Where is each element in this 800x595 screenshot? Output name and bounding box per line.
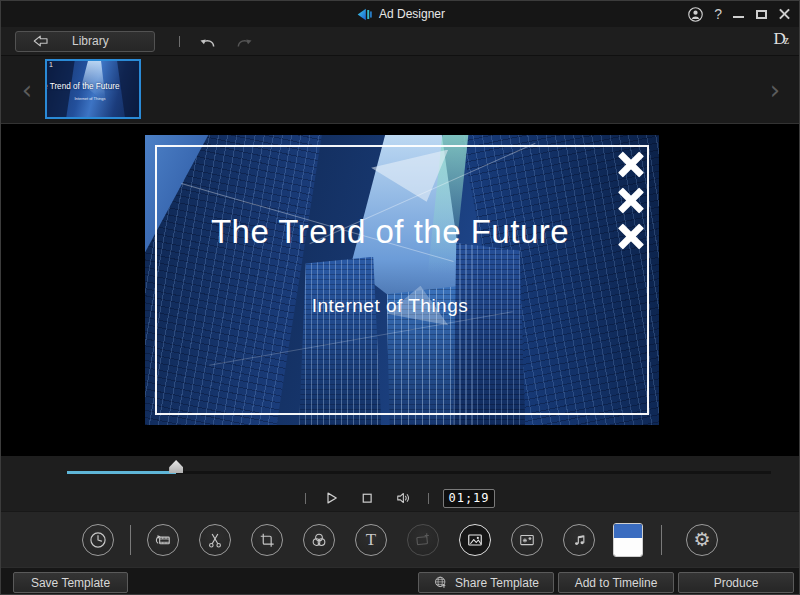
ad-designer-window: Ad Designer ? Library [0, 0, 800, 595]
slide-subtitle-text[interactable]: Internet of Things [145, 295, 635, 317]
back-arrow-icon [32, 34, 50, 48]
library-button[interactable]: Library [15, 31, 155, 52]
library-label: Library [72, 34, 109, 48]
text-tool-icon: T [366, 530, 376, 550]
x-mark-icon [617, 186, 645, 214]
minimize-button[interactable] [732, 8, 745, 21]
maximize-icon [756, 10, 767, 19]
account-icon[interactable] [687, 6, 704, 23]
duration-button[interactable] [82, 524, 114, 556]
slide-border-frame [155, 145, 649, 415]
seek-progress [67, 471, 176, 474]
strip-scroll-left-icon[interactable]: ‹ [15, 74, 39, 106]
swatch-white-half [614, 538, 642, 556]
share-template-button[interactable]: Share Template [418, 572, 554, 593]
scene-thumbnail-image: 1 e Trend of the Future Internet of Thin… [47, 61, 139, 117]
music-button[interactable] [563, 524, 595, 556]
preview-area: The Trend of the Future Internet of Thin… [1, 124, 799, 456]
bottom-bar: Save Template Share Template Add to Time… [1, 567, 799, 595]
thumbnail-title-text: e Trend of the Future [45, 82, 139, 91]
save-template-button[interactable]: Save Template [13, 572, 128, 593]
text-tool-button[interactable]: T [355, 524, 387, 556]
produce-button[interactable]: Produce [678, 572, 794, 593]
transport-separator [305, 493, 306, 504]
toolbar-separator [661, 525, 662, 555]
transport-separator [428, 493, 429, 504]
replace-media-button[interactable] [147, 524, 179, 556]
redo-button[interactable] [234, 32, 256, 50]
x-marks-group[interactable] [617, 150, 645, 250]
settings-button[interactable]: ⚙ [686, 524, 718, 556]
play-button[interactable] [320, 487, 342, 509]
effects-button[interactable] [511, 524, 543, 556]
slide-title-text[interactable]: The Trend of the Future [145, 213, 635, 251]
nav-separator [179, 36, 180, 47]
photo-button[interactable] [459, 524, 491, 556]
playback-bar: 01;19 [1, 456, 799, 511]
tool-bar: T [1, 511, 799, 567]
share-template-label: Share Template [455, 576, 539, 590]
window-title: Ad Designer [379, 7, 445, 21]
volume-button[interactable] [392, 487, 414, 509]
minimize-icon [733, 16, 744, 18]
x-mark-icon [617, 150, 645, 178]
crop-button[interactable] [251, 524, 283, 556]
seek-thumb[interactable] [169, 460, 183, 473]
gear-icon: ⚙ [693, 530, 710, 549]
swatch-blue-half [614, 524, 642, 538]
strip-scroll-right-icon[interactable]: › [763, 74, 787, 106]
color-swatch-button[interactable] [613, 523, 643, 557]
timecode-display: 01;19 [443, 489, 494, 508]
scene-thumbnail-selected[interactable]: 1 e Trend of the Future Internet of Thin… [45, 59, 141, 119]
title-bar: Ad Designer ? [1, 1, 799, 27]
scene-strip: ‹ 1 e Trend of the Future Internet of Th… [1, 55, 799, 124]
globe-upload-icon [433, 575, 448, 590]
save-template-label: Save Template [31, 576, 110, 590]
directorzone-logo[interactable]: Dz [773, 29, 789, 49]
transport-controls: 01;19 [1, 486, 799, 510]
x-mark-icon [617, 222, 645, 250]
close-button[interactable] [778, 8, 791, 21]
toolbar-separator [130, 525, 131, 555]
add-to-timeline-label: Add to Timeline [575, 576, 658, 590]
color-blend-button[interactable] [303, 524, 335, 556]
nav-bar: Library Dz [1, 27, 799, 55]
seek-slider[interactable] [67, 471, 771, 474]
app-logo-icon [355, 7, 373, 22]
help-button[interactable]: ? [714, 6, 722, 22]
produce-label: Produce [714, 576, 759, 590]
undo-button[interactable] [196, 32, 218, 50]
maximize-button[interactable] [755, 8, 768, 21]
scene-number: 1 [49, 61, 53, 68]
slide-canvas[interactable]: The Trend of the Future Internet of Thin… [145, 135, 659, 425]
stop-button[interactable] [356, 487, 378, 509]
transform-button-disabled [407, 524, 439, 556]
trim-button[interactable] [199, 524, 231, 556]
thumbnail-subtitle-text: Internet of Things [47, 96, 133, 101]
add-to-timeline-button[interactable]: Add to Timeline [558, 572, 674, 593]
